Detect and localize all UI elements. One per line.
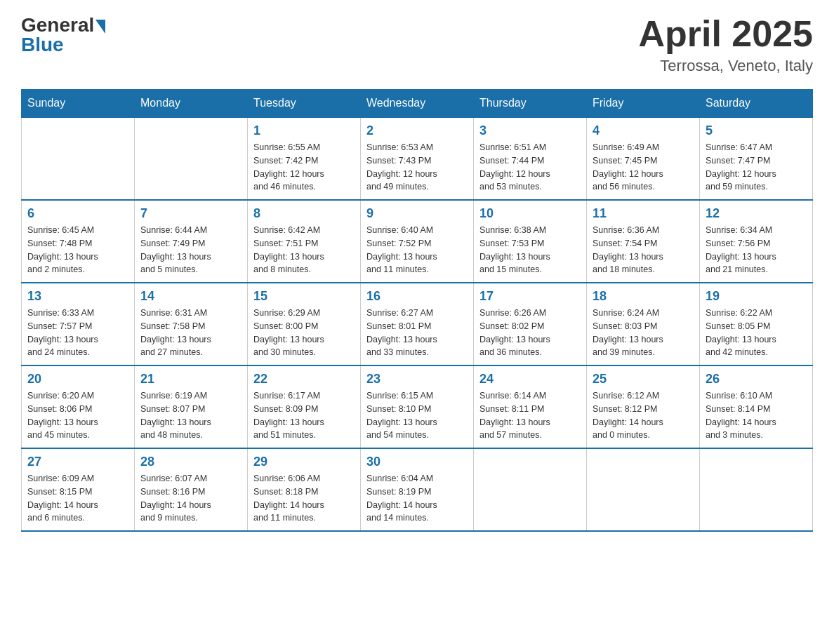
- calendar-cell: 18Sunrise: 6:24 AMSunset: 8:03 PMDayligh…: [587, 283, 700, 365]
- day-number: 19: [706, 289, 807, 304]
- calendar-cell: 19Sunrise: 6:22 AMSunset: 8:05 PMDayligh…: [700, 283, 813, 365]
- day-number: 22: [253, 372, 355, 387]
- day-info: Sunrise: 6:55 AMSunset: 7:42 PMDaylight:…: [253, 141, 355, 194]
- day-number: 15: [253, 289, 355, 304]
- day-info: Sunrise: 6:17 AMSunset: 8:09 PMDaylight:…: [253, 389, 355, 442]
- calendar-cell: 10Sunrise: 6:38 AMSunset: 7:53 PMDayligh…: [474, 200, 587, 283]
- calendar-cell: [587, 448, 700, 531]
- calendar-cell: 16Sunrise: 6:27 AMSunset: 8:01 PMDayligh…: [361, 283, 474, 365]
- day-info: Sunrise: 6:14 AMSunset: 8:11 PMDaylight:…: [479, 389, 581, 442]
- calendar-cell: 22Sunrise: 6:17 AMSunset: 8:09 PMDayligh…: [248, 365, 361, 448]
- calendar-week-row: 6Sunrise: 6:45 AMSunset: 7:48 PMDaylight…: [22, 200, 813, 283]
- day-info: Sunrise: 6:36 AMSunset: 7:54 PMDaylight:…: [593, 224, 694, 276]
- day-number: 21: [140, 372, 241, 387]
- day-info: Sunrise: 6:22 AMSunset: 8:05 PMDaylight:…: [706, 307, 807, 359]
- day-number: 16: [366, 289, 468, 304]
- day-info: Sunrise: 6:26 AMSunset: 8:02 PMDaylight:…: [479, 307, 581, 359]
- day-of-week-header: Thursday: [474, 90, 587, 118]
- day-number: 5: [706, 123, 807, 138]
- calendar-cell: 14Sunrise: 6:31 AMSunset: 7:58 PMDayligh…: [135, 283, 248, 365]
- calendar-cell: 7Sunrise: 6:44 AMSunset: 7:49 PMDaylight…: [135, 200, 248, 283]
- day-number: 6: [27, 206, 128, 221]
- logo-triangle-icon: [95, 20, 105, 34]
- day-number: 1: [253, 123, 355, 138]
- calendar-week-row: 20Sunrise: 6:20 AMSunset: 8:06 PMDayligh…: [22, 365, 813, 448]
- calendar-cell: [474, 448, 587, 531]
- day-info: Sunrise: 6:42 AMSunset: 7:51 PMDaylight:…: [253, 224, 355, 276]
- day-number: 3: [479, 123, 581, 138]
- day-info: Sunrise: 6:19 AMSunset: 8:07 PMDaylight:…: [140, 389, 241, 442]
- calendar-cell: 6Sunrise: 6:45 AMSunset: 7:48 PMDaylight…: [22, 200, 135, 283]
- calendar-cell: [135, 117, 248, 200]
- logo-blue: Blue: [21, 34, 105, 56]
- day-number: 24: [479, 372, 581, 387]
- day-info: Sunrise: 6:06 AMSunset: 8:18 PMDaylight:…: [253, 472, 355, 525]
- day-info: Sunrise: 6:31 AMSunset: 7:58 PMDaylight:…: [140, 307, 241, 359]
- day-info: Sunrise: 6:04 AMSunset: 8:19 PMDaylight:…: [366, 472, 468, 525]
- day-info: Sunrise: 6:09 AMSunset: 8:15 PMDaylight:…: [27, 472, 128, 525]
- day-info: Sunrise: 6:12 AMSunset: 8:12 PMDaylight:…: [593, 389, 694, 442]
- day-number: 18: [593, 289, 694, 304]
- day-info: Sunrise: 6:33 AMSunset: 7:57 PMDaylight:…: [27, 307, 128, 359]
- day-of-week-header: Tuesday: [248, 90, 361, 118]
- day-number: 25: [593, 372, 694, 387]
- day-number: 17: [479, 289, 581, 304]
- day-info: Sunrise: 6:40 AMSunset: 7:52 PMDaylight:…: [366, 224, 468, 276]
- day-info: Sunrise: 6:10 AMSunset: 8:14 PMDaylight:…: [706, 389, 807, 442]
- day-number: 29: [253, 455, 355, 469]
- day-info: Sunrise: 6:38 AMSunset: 7:53 PMDaylight:…: [479, 224, 581, 276]
- day-info: Sunrise: 6:27 AMSunset: 8:01 PMDaylight:…: [366, 307, 468, 359]
- calendar-cell: 12Sunrise: 6:34 AMSunset: 7:56 PMDayligh…: [700, 200, 813, 283]
- calendar-cell: 23Sunrise: 6:15 AMSunset: 8:10 PMDayligh…: [361, 365, 474, 448]
- calendar-cell: 30Sunrise: 6:04 AMSunset: 8:19 PMDayligh…: [361, 448, 474, 531]
- calendar-cell: 17Sunrise: 6:26 AMSunset: 8:02 PMDayligh…: [474, 283, 587, 365]
- day-number: 9: [366, 206, 468, 221]
- calendar-cell: 11Sunrise: 6:36 AMSunset: 7:54 PMDayligh…: [587, 200, 700, 283]
- calendar-cell: 3Sunrise: 6:51 AMSunset: 7:44 PMDaylight…: [474, 117, 587, 200]
- calendar-cell: 26Sunrise: 6:10 AMSunset: 8:14 PMDayligh…: [700, 365, 813, 448]
- day-number: 12: [706, 206, 807, 221]
- day-info: Sunrise: 6:20 AMSunset: 8:06 PMDaylight:…: [27, 389, 128, 442]
- day-of-week-header: Friday: [587, 90, 700, 118]
- calendar-cell: 2Sunrise: 6:53 AMSunset: 7:43 PMDaylight…: [361, 117, 474, 200]
- day-of-week-header: Sunday: [22, 90, 135, 118]
- calendar-table: SundayMondayTuesdayWednesdayThursdayFrid…: [21, 89, 813, 532]
- calendar-cell: 15Sunrise: 6:29 AMSunset: 8:00 PMDayligh…: [248, 283, 361, 365]
- calendar-cell: 13Sunrise: 6:33 AMSunset: 7:57 PMDayligh…: [22, 283, 135, 365]
- day-number: 27: [27, 455, 128, 469]
- calendar-week-row: 1Sunrise: 6:55 AMSunset: 7:42 PMDaylight…: [22, 117, 813, 200]
- day-number: 23: [366, 372, 468, 387]
- calendar-week-row: 27Sunrise: 6:09 AMSunset: 8:15 PMDayligh…: [22, 448, 813, 531]
- calendar-cell: 29Sunrise: 6:06 AMSunset: 8:18 PMDayligh…: [248, 448, 361, 531]
- calendar-cell: [22, 117, 135, 200]
- day-number: 11: [593, 206, 694, 221]
- location: Terrossa, Veneto, Italy: [638, 57, 813, 75]
- day-of-week-header: Wednesday: [361, 90, 474, 118]
- day-info: Sunrise: 6:45 AMSunset: 7:48 PMDaylight:…: [27, 224, 128, 276]
- day-info: Sunrise: 6:51 AMSunset: 7:44 PMDaylight:…: [479, 141, 581, 194]
- day-number: 26: [706, 372, 807, 387]
- day-number: 2: [366, 123, 468, 138]
- calendar-cell: 1Sunrise: 6:55 AMSunset: 7:42 PMDaylight…: [248, 117, 361, 200]
- calendar-cell: 8Sunrise: 6:42 AMSunset: 7:51 PMDaylight…: [248, 200, 361, 283]
- page-header: General Blue April 2025 Terrossa, Veneto…: [21, 14, 813, 75]
- day-info: Sunrise: 6:44 AMSunset: 7:49 PMDaylight:…: [140, 224, 241, 276]
- day-number: 20: [27, 372, 128, 387]
- day-info: Sunrise: 6:07 AMSunset: 8:16 PMDaylight:…: [140, 472, 241, 525]
- title-section: April 2025 Terrossa, Veneto, Italy: [638, 14, 813, 75]
- day-info: Sunrise: 6:15 AMSunset: 8:10 PMDaylight:…: [366, 389, 468, 442]
- calendar-week-row: 13Sunrise: 6:33 AMSunset: 7:57 PMDayligh…: [22, 283, 813, 365]
- calendar-header-row: SundayMondayTuesdayWednesdayThursdayFrid…: [22, 90, 813, 118]
- day-info: Sunrise: 6:29 AMSunset: 8:00 PMDaylight:…: [253, 307, 355, 359]
- calendar-cell: 25Sunrise: 6:12 AMSunset: 8:12 PMDayligh…: [587, 365, 700, 448]
- day-number: 14: [140, 289, 241, 304]
- day-info: Sunrise: 6:34 AMSunset: 7:56 PMDaylight:…: [706, 224, 807, 276]
- day-number: 7: [140, 206, 241, 221]
- day-info: Sunrise: 6:47 AMSunset: 7:47 PMDaylight:…: [706, 141, 807, 194]
- calendar-cell: [700, 448, 813, 531]
- day-number: 10: [479, 206, 581, 221]
- calendar-cell: 24Sunrise: 6:14 AMSunset: 8:11 PMDayligh…: [474, 365, 587, 448]
- day-info: Sunrise: 6:24 AMSunset: 8:03 PMDaylight:…: [593, 307, 694, 359]
- day-number: 30: [366, 455, 468, 469]
- calendar-cell: 21Sunrise: 6:19 AMSunset: 8:07 PMDayligh…: [135, 365, 248, 448]
